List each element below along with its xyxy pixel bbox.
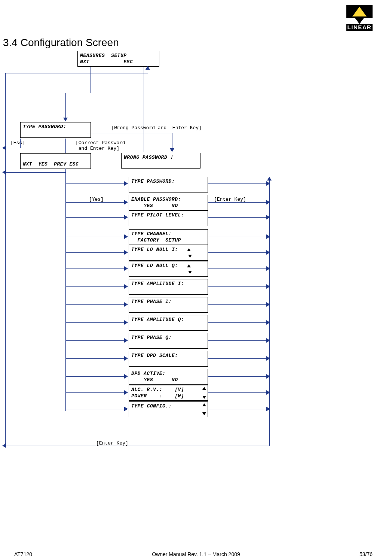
arrow-right-icon: [266, 200, 270, 204]
box-type-password: TYPE PASSWORD:: [129, 177, 208, 192]
box-type-lo-null-i: TYPE LO NULL I:: [129, 245, 208, 261]
flow-line: [5, 148, 20, 148]
down-icon: [188, 271, 192, 274]
box-lo-null-i-text: TYPE LO NULL I:: [131, 247, 187, 252]
flow-line: [5, 73, 6, 446]
arrow-right-icon: [124, 284, 128, 289]
arrow-right-icon: [266, 181, 270, 186]
up-icon: [202, 387, 206, 390]
box-enable-password: ENABLE PASSWORD: YES NO: [129, 195, 208, 210]
section-heading: 3.4 Configuration Screen: [3, 37, 119, 49]
flow-line: [65, 358, 125, 359]
flow-line: [65, 184, 125, 184]
down-icon: [188, 255, 192, 258]
box-alc-rv: ALC. R.V.: [V] POWER : [W]: [129, 385, 208, 401]
box-type-amplitude-i: TYPE AMPLITUDE I:: [129, 279, 208, 295]
flow-line: [208, 358, 269, 359]
brand-logo-text: LINEAR: [347, 24, 372, 30]
up-icon: [187, 264, 191, 267]
label-correct-password: [Correct Password and Enter Key]: [76, 140, 125, 151]
flow-line: [208, 269, 269, 269]
arrow-right-icon: [266, 320, 270, 325]
flow-line: [20, 139, 21, 148]
arrow-right-icon: [266, 390, 270, 395]
label-enter-key: [Enter Key]: [214, 197, 246, 202]
arrow-right-icon: [124, 250, 128, 255]
arrow-right-icon: [124, 338, 128, 343]
flow-line: [65, 237, 125, 237]
flow-line: [5, 73, 148, 73]
flow-line: [208, 376, 269, 377]
arrow-right-icon: [266, 284, 270, 289]
arrow-right-icon: [124, 302, 128, 307]
box-measures-setup: MEASURES SETUP NXT ESC: [77, 51, 159, 67]
arrow-right-icon: [124, 181, 128, 186]
flow-line: [65, 340, 125, 341]
flow-line: [208, 237, 269, 237]
arrow-right-icon: [124, 320, 128, 325]
up-icon: [187, 248, 191, 251]
arrow-right-icon: [266, 234, 270, 239]
flow-line: [208, 252, 269, 253]
flow-line: [208, 184, 269, 184]
arrow-down-icon: [63, 118, 68, 121]
flow-line: [65, 93, 66, 118]
label-enter-key-bottom: [Enter Key]: [96, 440, 128, 446]
flow-line: [65, 286, 125, 287]
arrow-right-icon: [124, 234, 128, 239]
flow-line: [208, 322, 269, 323]
page: LINEAR 3.4 Configuration Screen MEASURES…: [0, 0, 392, 558]
down-icon: [202, 412, 206, 415]
flow-line: [208, 340, 269, 341]
arrow-right-icon: [124, 407, 128, 411]
flow-line: [144, 67, 144, 152]
arrow-right-icon: [266, 356, 270, 361]
box-type-amplitude-q: TYPE AMPLITUDE Q:: [129, 315, 208, 331]
flow-line: [65, 392, 125, 393]
box-type-config-text: TYPE CONFIG.:: [131, 403, 184, 415]
box-dpd-active: DPD ACTIVE: YES NO: [129, 369, 208, 385]
label-yes: [Yes]: [89, 197, 104, 202]
box-type-channel: TYPE CHANNEL: FACTORY SETUP: [129, 229, 208, 245]
arrow-right-icon: [124, 390, 128, 395]
arrow-up-icon: [267, 177, 272, 181]
label-esc: [Esc]: [10, 140, 25, 146]
down-icon: [202, 396, 206, 399]
brand-logo: LINEAR: [346, 5, 373, 31]
arrow-right-icon: [124, 356, 128, 361]
flow-line: [208, 286, 269, 287]
flow-line: [5, 172, 65, 173]
footer-page-number: 53/76: [359, 551, 373, 557]
arrow-right-icon: [266, 338, 270, 343]
flow-line: [65, 304, 125, 305]
arrow-right-icon: [266, 302, 270, 307]
flow-line: [5, 446, 269, 446]
arrow-right-icon: [124, 215, 128, 219]
arrow-right-icon: [266, 250, 270, 255]
box-type-pilot-level: TYPE PILOT LEVEL:: [129, 210, 208, 226]
flow-line: [208, 304, 269, 305]
arrow-right-icon: [124, 266, 128, 271]
arrow-down-icon: [170, 148, 174, 152]
label-wrong-password-enter: [Wrong Password and Enter Key]: [111, 125, 202, 131]
up-icon: [202, 403, 206, 406]
flow-line: [208, 202, 269, 203]
flow-line: [65, 252, 125, 253]
arrow-right-icon: [124, 200, 128, 204]
arrow-right-icon: [124, 374, 128, 379]
flow-line: [65, 93, 91, 93]
arrow-right-icon: [266, 407, 270, 411]
flow-line: [65, 217, 125, 218]
box-nxt-yes-prev-esc: NXT YES PREV ESC: [20, 153, 91, 169]
box-type-phase-i: TYPE PHASE I:: [129, 297, 208, 313]
flow-line: [87, 133, 172, 133]
box-type-dpd-scale: TYPE DPD SCALE:: [129, 351, 208, 367]
flow-line: [65, 202, 125, 203]
flow-line: [91, 67, 91, 93]
flow-line: [269, 411, 270, 446]
flow-line: [65, 376, 125, 377]
arrow-right-icon: [266, 215, 270, 219]
arrow-up-icon: [146, 66, 150, 70]
flow-line: [208, 392, 269, 393]
box-type-phase-q: TYPE PHASE Q:: [129, 333, 208, 349]
